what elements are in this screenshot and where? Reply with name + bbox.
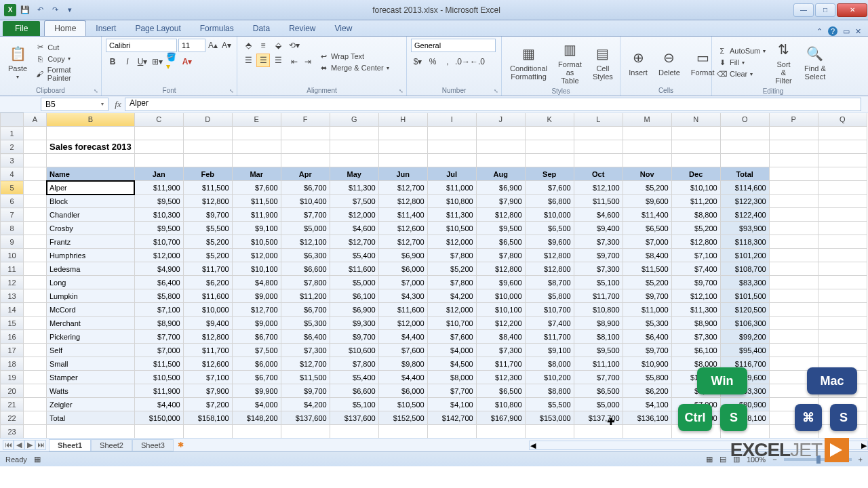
data-cell[interactable]: $10,100 [476, 303, 525, 317]
header-cell[interactable]: Name [47, 167, 135, 181]
row-header-8[interactable]: 8 [1, 222, 24, 235]
data-cell[interactable]: $6,100 [671, 344, 720, 357]
data-cell[interactable]: Long [47, 276, 135, 289]
scroll-left-icon[interactable]: ◀ [530, 441, 536, 449]
empty-cell[interactable] [24, 262, 47, 276]
data-cell[interactable]: $4,300 [378, 289, 427, 303]
bold-button[interactable]: B [106, 55, 119, 68]
zoom-in-icon[interactable]: + [859, 455, 863, 464]
empty-cell[interactable] [818, 140, 867, 154]
empty-cell[interactable] [378, 127, 427, 140]
sheet-prev-icon[interactable]: ◀ [14, 440, 24, 450]
view-normal-icon[interactable]: ▦ [706, 455, 713, 464]
col-header-G[interactable]: G [330, 113, 378, 127]
empty-cell[interactable] [330, 154, 378, 167]
data-cell[interactable]: $9,500 [574, 344, 623, 357]
italic-button[interactable]: I [121, 55, 134, 68]
total-cell[interactable]: $137,600 [330, 411, 378, 425]
data-cell[interactable]: $12,100 [574, 181, 623, 195]
empty-cell[interactable] [476, 140, 525, 154]
data-cell[interactable]: $11,700 [183, 344, 232, 357]
total-cell[interactable]: $152,500 [378, 411, 427, 425]
data-cell[interactable]: $10,800 [427, 195, 476, 208]
data-cell[interactable]: $11,700 [476, 357, 525, 371]
empty-cell[interactable] [818, 208, 867, 222]
empty-cell[interactable] [818, 167, 867, 181]
data-cell[interactable]: $5,800 [623, 371, 671, 384]
scroll-right-icon[interactable]: ▶ [861, 441, 867, 449]
data-cell[interactable]: $4,100 [427, 398, 476, 411]
font-size-select[interactable] [178, 39, 205, 52]
data-cell[interactable]: $7,400 [671, 262, 720, 276]
empty-cell[interactable] [47, 425, 135, 439]
data-cell[interactable]: $5,300 [281, 317, 330, 330]
copy-button[interactable]: ⎘Copy▾ [34, 54, 97, 64]
data-cell[interactable]: $7,600 [232, 181, 281, 195]
empty-cell[interactable] [623, 140, 671, 154]
underline-button[interactable]: U▾ [136, 55, 149, 68]
workbook-close-icon[interactable]: ✕ [855, 27, 861, 36]
empty-cell[interactable] [818, 154, 867, 167]
col-header-M[interactable]: M [623, 113, 671, 127]
increase-decimal-icon[interactable]: .0→ [456, 55, 469, 68]
empty-cell[interactable] [818, 235, 867, 249]
empty-cell[interactable] [24, 344, 47, 357]
data-cell[interactable]: $8,700 [525, 276, 574, 289]
row-header-18[interactable]: 18 [1, 357, 24, 371]
header-cell[interactable]: Jun [378, 167, 427, 181]
data-cell[interactable]: $7,200 [183, 398, 232, 411]
row-header-21[interactable]: 21 [1, 398, 24, 411]
header-cell[interactable]: Aug [476, 167, 525, 181]
data-cell[interactable]: $11,900 [134, 384, 183, 398]
data-cell[interactable]: $12,800 [476, 208, 525, 222]
empty-cell[interactable] [818, 262, 867, 276]
empty-cell[interactable] [281, 425, 330, 439]
data-cell[interactable]: $83,300 [720, 276, 769, 289]
delete-cells-button[interactable]: ⊖Delete [654, 39, 684, 85]
tab-review[interactable]: Review [279, 21, 325, 36]
data-cell[interactable]: $5,400 [330, 249, 378, 262]
row-header-19[interactable]: 19 [1, 371, 24, 384]
data-cell[interactable]: $11,300 [330, 181, 378, 195]
data-cell[interactable]: $9,600 [623, 195, 671, 208]
data-cell[interactable]: $9,500 [134, 222, 183, 235]
data-cell[interactable]: $7,300 [476, 344, 525, 357]
data-cell[interactable]: $10,500 [134, 371, 183, 384]
data-cell[interactable]: $122,400 [720, 208, 769, 222]
data-cell[interactable]: $106,300 [720, 317, 769, 330]
data-cell[interactable]: $11,300 [671, 303, 720, 317]
empty-cell[interactable] [769, 303, 818, 317]
data-cell[interactable]: $9,100 [232, 222, 281, 235]
data-cell[interactable]: $12,800 [183, 195, 232, 208]
data-cell[interactable]: $7,700 [427, 384, 476, 398]
data-cell[interactable]: $4,200 [427, 289, 476, 303]
paste-button[interactable]: 📋 Paste ▾ [4, 39, 31, 85]
currency-icon[interactable]: $▾ [411, 55, 425, 68]
total-cell[interactable]: $137,600 [281, 411, 330, 425]
col-header-J[interactable]: J [476, 113, 525, 127]
data-cell[interactable]: $4,400 [378, 330, 427, 344]
data-cell[interactable]: $5,500 [525, 398, 574, 411]
header-cell[interactable]: Jul [427, 167, 476, 181]
empty-cell[interactable] [24, 398, 47, 411]
clear-button[interactable]: ⌫Clear▾ [716, 68, 767, 79]
data-cell[interactable]: $5,100 [574, 276, 623, 289]
data-cell[interactable]: $7,000 [378, 276, 427, 289]
empty-cell[interactable] [818, 330, 867, 344]
data-cell[interactable]: $7,800 [281, 276, 330, 289]
data-cell[interactable]: $12,200 [476, 317, 525, 330]
empty-cell[interactable] [427, 154, 476, 167]
format-painter-button[interactable]: 🖌Format Painter [34, 65, 97, 83]
empty-cell[interactable] [525, 140, 574, 154]
empty-cell[interactable] [24, 357, 47, 371]
autosum-button[interactable]: ΣAutoSum▾ [716, 45, 767, 56]
header-cell[interactable]: Dec [671, 167, 720, 181]
empty-cell[interactable] [574, 140, 623, 154]
data-cell[interactable]: $12,100 [281, 235, 330, 249]
empty-cell[interactable] [378, 154, 427, 167]
data-cell[interactable]: $10,400 [281, 195, 330, 208]
tab-file[interactable]: File [3, 21, 40, 36]
data-cell[interactable]: $9,400 [183, 317, 232, 330]
empty-cell[interactable] [134, 140, 183, 154]
data-cell[interactable]: $6,500 [476, 384, 525, 398]
